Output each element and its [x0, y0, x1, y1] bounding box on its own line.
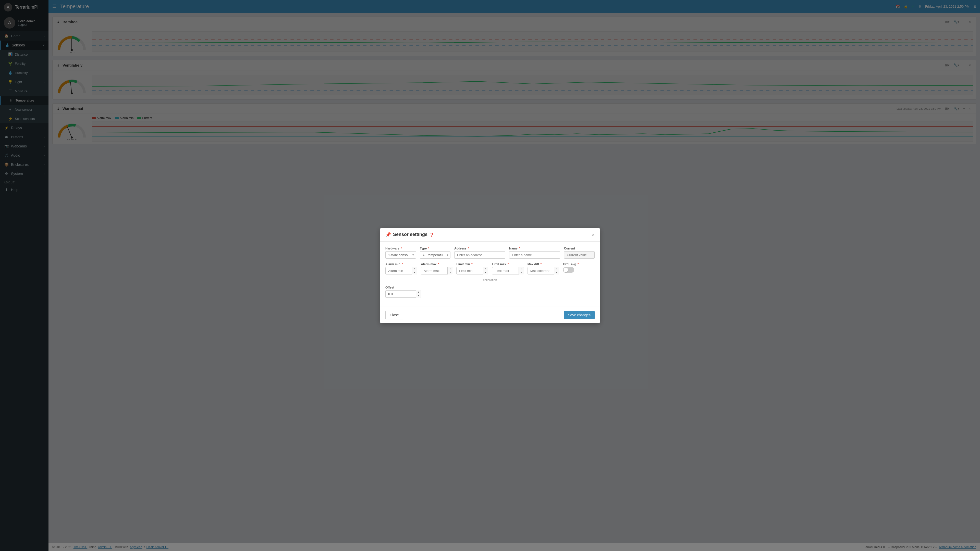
offset-spinners: ▲ ▼: [416, 290, 421, 298]
modal-footer: Close Save changes: [380, 306, 600, 323]
name-required: *: [519, 247, 520, 250]
modal-close-button[interactable]: ×: [592, 232, 595, 237]
alarm-min-wrapper: ▲ ▼: [385, 267, 417, 275]
type-required: *: [428, 247, 429, 250]
offset-wrapper: 0.0 ▲ ▼: [385, 290, 421, 298]
main-content: ☰ Temperature 📅 🔒 ✔ ⚙ Friday, April 23, …: [48, 0, 980, 551]
modal-body: Hardware * 1-Wire sensor DHT11 DHT22 ▾: [380, 241, 600, 306]
alarm-max-spinners: ▲ ▼: [447, 267, 452, 275]
address-group: Address *: [454, 247, 505, 259]
name-input[interactable]: [509, 251, 560, 259]
alarm-max-required: *: [438, 262, 439, 266]
alarm-max-up[interactable]: ▲: [448, 267, 452, 271]
hardware-select[interactable]: 1-Wire sensor DHT11 DHT22: [385, 251, 416, 259]
limit-max-down[interactable]: ▼: [519, 271, 524, 275]
current-input[interactable]: [564, 251, 595, 259]
toggle-track: [563, 267, 574, 273]
excl-avg-required: *: [578, 262, 579, 266]
limit-max-label: Limit max *: [492, 262, 524, 266]
modal-title-text: Sensor settings: [393, 232, 428, 237]
hardware-label: Hardware *: [385, 247, 416, 250]
address-input[interactable]: [454, 251, 505, 259]
limit-max-wrapper: ▲ ▼: [492, 267, 524, 275]
type-group: Type * 🌡 temperature humidity ▾: [420, 247, 450, 259]
alarm-min-spinners: ▲ ▼: [412, 267, 417, 275]
offset-group: Offset 0.0 ▲ ▼: [385, 286, 421, 298]
address-label: Address *: [454, 247, 505, 250]
max-diff-label: Max diff *: [528, 262, 559, 266]
max-diff-down[interactable]: ▼: [554, 271, 559, 275]
max-diff-spinners: ▲ ▼: [554, 267, 559, 275]
limit-min-group: Limit min * ▲ ▼: [456, 262, 488, 275]
max-diff-up[interactable]: ▲: [554, 267, 559, 271]
pin-icon: 📌: [385, 232, 391, 238]
calibration-label: calibration: [483, 278, 497, 282]
type-select[interactable]: temperature humidity: [420, 251, 450, 259]
excl-avg-group: Excl. avg *: [563, 262, 595, 275]
excl-avg-toggle[interactable]: [563, 267, 574, 273]
alarm-max-group: Alarm max * ▲ ▼: [421, 262, 452, 275]
type-label: Type *: [420, 247, 450, 250]
address-required: *: [468, 247, 469, 250]
form-row-2: Alarm min * ▲ ▼: [385, 262, 595, 275]
current-label: Current: [564, 247, 595, 250]
alarm-min-required: *: [402, 262, 403, 266]
limit-min-up[interactable]: ▲: [484, 267, 488, 271]
max-diff-wrapper: ▲ ▼: [528, 267, 559, 275]
close-button[interactable]: Close: [385, 311, 403, 319]
save-changes-button[interactable]: Save changes: [564, 311, 595, 319]
alarm-max-down[interactable]: ▼: [448, 271, 452, 275]
modal-title: 📌 Sensor settings ❓: [385, 232, 434, 238]
hardware-required: *: [401, 247, 402, 250]
hardware-select-wrapper: 1-Wire sensor DHT11 DHT22 ▾: [385, 251, 416, 259]
modal-overlay: 📌 Sensor settings ❓ × Hardware *: [48, 0, 980, 551]
form-row-3: Offset 0.0 ▲ ▼: [385, 286, 595, 298]
sensor-settings-modal: 📌 Sensor settings ❓ × Hardware *: [380, 228, 600, 323]
limit-max-up[interactable]: ▲: [519, 267, 524, 271]
modal-header: 📌 Sensor settings ❓ ×: [380, 228, 600, 241]
name-group: Name *: [509, 247, 560, 259]
max-diff-group: Max diff * ▲ ▼: [528, 262, 559, 275]
limit-min-spinners: ▲ ▼: [483, 267, 488, 275]
alarm-min-down[interactable]: ▼: [412, 271, 417, 275]
form-row-1: Hardware * 1-Wire sensor DHT11 DHT22 ▾: [385, 247, 595, 259]
type-select-wrapper: 🌡 temperature humidity ▾: [420, 251, 450, 259]
limit-min-wrapper: ▲ ▼: [456, 267, 488, 275]
limit-max-group: Limit max * ▲ ▼: [492, 262, 524, 275]
current-group: Current: [564, 247, 595, 259]
excl-avg-label: Excl. avg *: [563, 262, 595, 266]
alarm-min-up[interactable]: ▲: [412, 267, 417, 271]
limit-min-label: Limit min *: [456, 262, 488, 266]
offset-label: Offset: [385, 286, 421, 289]
hardware-group: Hardware * 1-Wire sensor DHT11 DHT22 ▾: [385, 247, 416, 259]
alarm-max-wrapper: ▲ ▼: [421, 267, 452, 275]
alarm-max-label: Alarm max *: [421, 262, 452, 266]
limit-max-required: *: [508, 262, 509, 266]
limit-max-spinners: ▲ ▼: [519, 267, 524, 275]
limit-min-down[interactable]: ▼: [484, 271, 488, 275]
max-diff-required: *: [540, 262, 542, 266]
calibration-divider: calibration: [385, 278, 595, 282]
name-label: Name *: [509, 247, 560, 250]
offset-input[interactable]: 0.0: [385, 290, 421, 298]
toggle-thumb: [563, 268, 568, 272]
help-circle-icon: ❓: [430, 233, 434, 237]
offset-down[interactable]: ▼: [416, 294, 421, 298]
alarm-min-label: Alarm min *: [385, 262, 417, 266]
alarm-min-group: Alarm min * ▲ ▼: [385, 262, 417, 275]
limit-min-required: *: [471, 262, 473, 266]
offset-up[interactable]: ▲: [416, 290, 421, 294]
